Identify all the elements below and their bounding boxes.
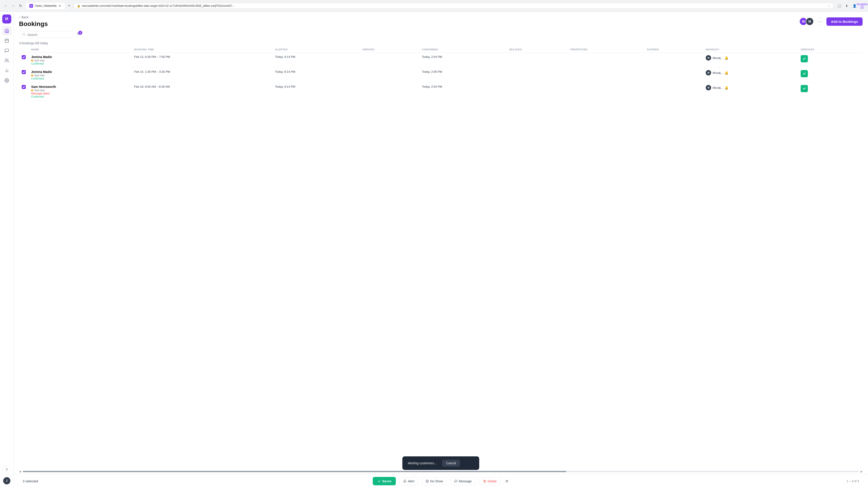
- row3-serve-button[interactable]: [801, 85, 808, 92]
- th-booking-time: BOOKING TIME: [131, 46, 272, 53]
- row1-status: Just now: [31, 59, 44, 62]
- filter-count-badge: 2: [78, 31, 82, 35]
- back-nav-button[interactable]: ←: [3, 3, 9, 9]
- browser-actions: ⬜ ⬇ 👤 Incognito (2): [836, 3, 865, 9]
- th-alerted: ALERTED: [272, 46, 360, 53]
- tab-favicon: W: [29, 4, 33, 8]
- row2-bell-icon[interactable]: 🔔: [724, 71, 728, 74]
- toast-cancel-button[interactable]: Cancel: [442, 459, 460, 467]
- row1-services[interactable]: [798, 53, 863, 68]
- row3-checkbox-cell[interactable]: [19, 83, 29, 101]
- close-action-bar-button[interactable]: ✕: [505, 479, 509, 484]
- row2-name-cell: Jemina Madie Just now Confirmed: [29, 68, 131, 83]
- row1-alerted: Today, 9:14 PM: [272, 53, 360, 68]
- forward-nav-button[interactable]: →: [10, 3, 16, 9]
- row3-checkbox[interactable]: [22, 85, 26, 89]
- row2-booking-time: Feb 15, 1:30 PM – 3:30 PM: [131, 68, 272, 83]
- search-box[interactable]: [19, 31, 73, 38]
- delete-button[interactable]: Delete: [479, 477, 500, 485]
- sidebar-item-calendar[interactable]: [2, 36, 11, 45]
- avatar-m2: M: [806, 18, 814, 26]
- extensions-button[interactable]: ⬜: [836, 3, 842, 9]
- sidebar-item-settings[interactable]: [2, 76, 11, 85]
- row2-delayed: [506, 68, 568, 83]
- delete-label: Delete: [488, 480, 497, 483]
- sidebar-item-home[interactable]: [2, 26, 11, 35]
- row3-mj-name: Moodj...: [712, 86, 723, 90]
- search-input[interactable]: [27, 33, 64, 37]
- row3-name: Sam Hemsworth: [31, 85, 129, 89]
- row1-name-cell: Jemina Madie Just now Confirmed: [29, 53, 131, 68]
- svg-point-4: [5, 59, 7, 61]
- row3-confirmed-status: Confirmed: [31, 95, 129, 98]
- row3-expired: [645, 83, 703, 101]
- table-header-row: NAME BOOKING TIME ALERTED ARRIVED CONFIR…: [19, 46, 863, 53]
- scroll-left-arrow[interactable]: ◀: [19, 470, 21, 473]
- row2-mj-avatar: M: [706, 70, 711, 75]
- no-show-button[interactable]: No Show: [422, 477, 447, 485]
- sidebar-item-analytics[interactable]: [2, 66, 11, 75]
- tab-close-button[interactable]: ✕: [59, 4, 61, 8]
- row3-bell-icon[interactable]: 🔔: [724, 86, 728, 90]
- browser-tab[interactable]: W Visits | Waitwhile ✕: [26, 3, 65, 9]
- row2-checkbox[interactable]: [22, 70, 26, 74]
- bookmark-icon[interactable]: ☆: [828, 4, 830, 7]
- svg-line-10: [25, 35, 25, 36]
- th-prioritized: PRIORITIZED: [567, 46, 645, 53]
- help-icon: ?: [5, 468, 8, 473]
- alert-button[interactable]: Alert: [399, 477, 418, 485]
- nav-buttons[interactable]: ← → ↻: [3, 3, 24, 9]
- row3-booking-time: Feb 19, 8:00 AM – 8:30 AM: [131, 83, 272, 101]
- row3-mj-avatar: M: [706, 85, 711, 90]
- new-tab-button[interactable]: +: [67, 2, 71, 9]
- filter-badge[interactable]: 2: [76, 32, 81, 37]
- address-bar[interactable]: 🔒 new.waitwhile.com/visits?visitState=bo…: [73, 3, 834, 9]
- row3-services[interactable]: [798, 83, 863, 101]
- bookings-table: NAME BOOKING TIME ALERTED ARRIVED CONFIR…: [19, 46, 863, 101]
- row1-bell-icon[interactable]: 🔔: [724, 56, 728, 60]
- reload-button[interactable]: ↻: [17, 3, 24, 9]
- row1-arrived: [360, 53, 419, 68]
- back-label: Back: [22, 15, 29, 19]
- toolbar: 2: [13, 29, 868, 40]
- row1-dot: [31, 60, 33, 61]
- sidebar-avatar[interactable]: J: [2, 476, 11, 485]
- message-button[interactable]: Message: [451, 477, 475, 485]
- row3-moodjoy: M Moodj... 🔔: [703, 83, 798, 101]
- svg-point-8: [6, 80, 7, 81]
- scroll-right-arrow[interactable]: ▶: [861, 470, 863, 473]
- row2-confirmed-status: Confirmed: [31, 77, 129, 80]
- back-link[interactable]: ‹ Back: [19, 15, 48, 19]
- row3-delayed: [506, 83, 568, 101]
- row1-prioritized: [567, 53, 645, 68]
- sidebar-item-help[interactable]: ?: [2, 465, 11, 475]
- row2-services[interactable]: [798, 68, 863, 83]
- th-delayed: DELAYED: [506, 46, 568, 53]
- serve-button[interactable]: Serve: [373, 477, 396, 485]
- sidebar-item-people[interactable]: [2, 56, 11, 65]
- message-label: Message: [459, 480, 472, 483]
- row2-confirmed: Today, 2:06 PM: [419, 68, 506, 83]
- downloads-button[interactable]: ⬇: [844, 3, 850, 9]
- row1-serve-button[interactable]: [801, 55, 808, 62]
- row2-checkbox-cell[interactable]: [19, 68, 29, 83]
- row3-dot: [31, 90, 33, 91]
- row1-mj-avatar: M: [706, 55, 711, 61]
- row3-prioritized: [567, 83, 645, 101]
- sidebar-item-chat[interactable]: [2, 46, 11, 55]
- row1-checkbox[interactable]: [22, 55, 26, 59]
- row2-status: Just now: [31, 74, 44, 77]
- row1-checkbox-cell[interactable]: [19, 53, 29, 68]
- row2-status-dot-label: Just now: [34, 74, 44, 77]
- row3-alerted: Today, 9:14 PM: [272, 83, 360, 101]
- incognito-label[interactable]: Incognito (2): [859, 3, 865, 9]
- more-options-button[interactable]: ···: [816, 18, 824, 25]
- row1-booking-time: Feb 13, 6:30 PM – 7:00 PM: [131, 53, 272, 68]
- row2-serve-button[interactable]: [801, 70, 808, 77]
- action-bar: 3 selected Serve Alert No Show Message: [13, 474, 868, 488]
- serve-label: Serve: [382, 479, 392, 483]
- header-right: M M ··· Add to Bookings: [799, 18, 863, 26]
- add-to-bookings-button[interactable]: Add to Bookings: [827, 18, 863, 26]
- scroll-track[interactable]: [23, 471, 859, 472]
- row2-dot: [31, 74, 33, 76]
